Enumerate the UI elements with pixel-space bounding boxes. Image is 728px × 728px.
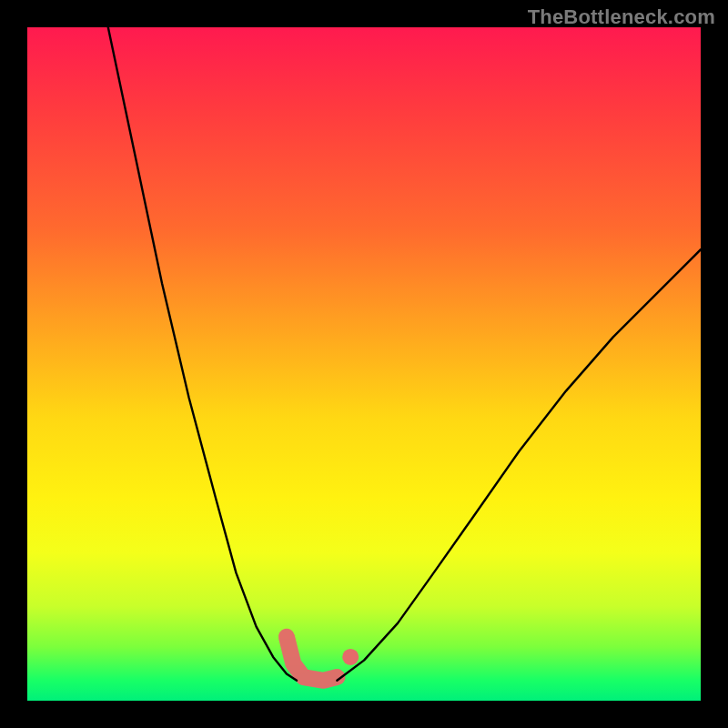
- curves-layer: [27, 27, 701, 701]
- valley-outlier-dot: [342, 649, 359, 665]
- valley-highlight-line: [287, 637, 338, 681]
- chart-frame: TheBottleneck.com: [0, 0, 728, 728]
- plot-area: [27, 27, 701, 701]
- watermark-text: TheBottleneck.com: [528, 5, 715, 29]
- curve-left-branch: [108, 27, 297, 681]
- curve-right-branch: [337, 249, 701, 681]
